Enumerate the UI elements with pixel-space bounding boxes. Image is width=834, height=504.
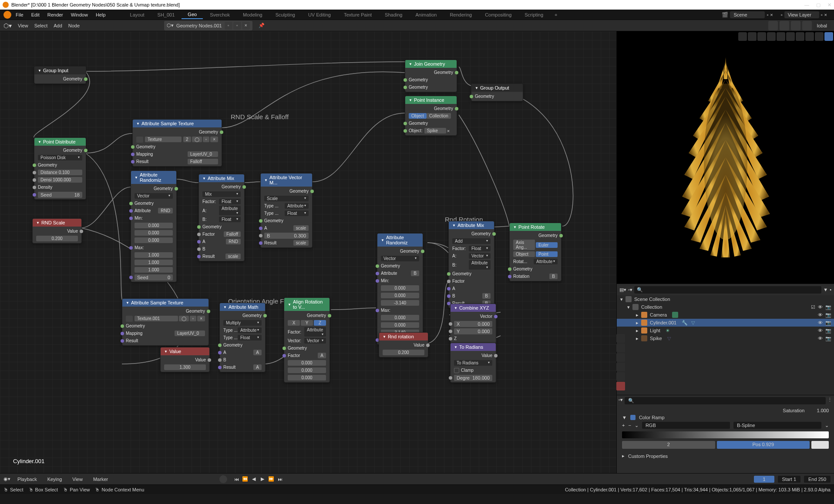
node-header[interactable]: Point Rotate <box>510 223 561 231</box>
ramp-index[interactable]: 2 <box>622 441 715 449</box>
tab-rendering[interactable]: Rendering <box>444 11 478 19</box>
outliner-search[interactable]: 🔍 <box>634 286 821 294</box>
jump-start-icon[interactable]: ⏮ <box>232 475 240 483</box>
prop-tab-render[interactable] <box>616 334 625 343</box>
toolbar-view[interactable]: View <box>18 23 28 28</box>
viewport-btn-5[interactable] <box>777 32 785 41</box>
node-join-geometry[interactable]: Join Geometry Geometry Geometry Geometry <box>405 60 457 92</box>
ramp-dropdown-icon[interactable]: ⌄ <box>635 423 639 428</box>
viewport-btn-6[interactable] <box>786 32 795 41</box>
camera-icon[interactable]: 📷 <box>825 312 831 318</box>
node-combine-xyz[interactable]: Combine XYZ Vector X0.000 Y0.000 Z <box>450 304 496 344</box>
node-header[interactable]: Group Input <box>34 67 86 74</box>
viewport-btn-2[interactable] <box>748 32 757 41</box>
tab-uv[interactable]: UV Editing <box>302 11 337 19</box>
node-point-rotate[interactable]: Point Rotate Geometry Axis Ang...Euler O… <box>509 223 562 281</box>
toolbar-add[interactable]: Add <box>54 23 62 28</box>
outliner-item-spike[interactable]: ▸ Spike▽ 👁📷 <box>617 334 834 342</box>
ramp-remove-icon[interactable]: − <box>628 423 631 428</box>
viewport-btn-1[interactable] <box>738 32 747 41</box>
node-rnd-scale[interactable]: RND Scale Value 0.200 <box>32 218 82 244</box>
outliner-scene-collection[interactable]: ▾ Scene Collection <box>617 295 834 303</box>
node-header[interactable]: Join Geometry <box>405 60 457 68</box>
node-align-rotation[interactable]: Align Rotation to V... Geometry XYZ Fact… <box>284 297 330 383</box>
prop-tab-output[interactable] <box>616 344 625 352</box>
tab-animation[interactable]: Animation <box>409 11 443 19</box>
node-header[interactable]: Point Instance <box>405 96 457 104</box>
node-header[interactable]: Attribute Randomiz <box>377 234 423 247</box>
current-frame[interactable]: 1 <box>754 476 774 483</box>
outliner-type-icon[interactable]: ▤▾ <box>619 287 626 293</box>
node-header[interactable]: Combine XYZ <box>451 304 496 312</box>
node-attr-sample-texture-1[interactable]: Attribute Sample Texture Geometry Textur… <box>132 119 222 167</box>
ramp-menu-icon[interactable]: ⌄ <box>825 423 829 428</box>
viewport-btn-9[interactable] <box>815 32 824 41</box>
global-dropdown[interactable]: lobal <box>814 22 831 29</box>
outliner-item-light[interactable]: ▸ Light☀ 👁📷 <box>617 327 834 334</box>
pin-icon[interactable]: 📌 <box>259 23 265 28</box>
gn-new-icon[interactable]: ▫ <box>233 22 241 30</box>
prop-tab-view[interactable] <box>616 353 625 362</box>
keyframe-next-icon[interactable]: ⏩ <box>267 475 275 483</box>
snap-icon[interactable] <box>768 21 778 30</box>
node-header[interactable]: Attribute Vector M... <box>261 174 312 187</box>
close-button[interactable]: ✕ <box>827 2 831 8</box>
node-rnd-rotation-value[interactable]: Rnd rotation Value 0.200 <box>379 332 428 357</box>
tab-sculpting[interactable]: Sculpting <box>269 11 301 19</box>
tab-texpaint[interactable]: Texture Paint <box>338 11 378 19</box>
editor-type-icon[interactable]: ⬡▾ <box>3 22 12 29</box>
timeline-type-icon[interactable]: ◉▾ <box>3 476 10 482</box>
tab-layout[interactable]: Layout <box>124 11 151 19</box>
timeline-playback[interactable]: Playback <box>14 476 40 483</box>
node-header[interactable]: Value <box>161 347 209 355</box>
node-attr-randomize-2[interactable]: Attribute Randomiz Geometry Vector Geome… <box>377 233 423 345</box>
viewlayer-close-icon[interactable]: × <box>824 12 827 17</box>
gn-unlink-icon[interactable]: × <box>242 22 250 30</box>
overlay-icon[interactable] <box>791 21 800 30</box>
maximize-button[interactable]: ▢ <box>816 2 821 8</box>
3d-viewport[interactable] <box>617 31 834 284</box>
outliner-item-cylinder[interactable]: ▸ Cylinder.001🔧▽ 👁📷 <box>617 319 834 327</box>
node-attr-mix[interactable]: Attribute Mix Geometry Mix Factor:Float … <box>198 174 245 261</box>
node-attr-randomize[interactable]: Attribute Randomiz Geometry Vector Geome… <box>131 170 177 282</box>
tab-shading[interactable]: Shading <box>379 11 408 19</box>
menu-file[interactable]: File <box>12 11 27 19</box>
viewlayer-more-icon[interactable]: ▫ <box>821 12 823 17</box>
outliner-collection[interactable]: ▾ Collection ☑👁📷 <box>617 303 834 311</box>
outliner-new-icon[interactable]: • <box>830 287 831 292</box>
scene-more-icon[interactable]: ▫ <box>767 12 768 17</box>
node-attr-math[interactable]: Attribute Math Geometry Multiply Type ..… <box>219 303 266 372</box>
node-header[interactable]: Group Output <box>471 84 523 92</box>
node-point-instance[interactable]: Point Instance Geometry ObjectCollection… <box>405 96 457 136</box>
tab-modeling[interactable]: Modeling <box>237 11 269 19</box>
prop-tab-world[interactable] <box>616 372 625 381</box>
eye-icon[interactable]: 👁 <box>818 312 823 318</box>
node-header[interactable]: Rnd rotation <box>379 333 428 340</box>
node-to-radians[interactable]: To Radians Value To Radians Clamp Degre1… <box>450 343 496 383</box>
node-group-output[interactable]: Group Output Geometry <box>471 83 523 101</box>
node-header[interactable]: Attribute Mix <box>199 174 244 182</box>
eye-icon[interactable]: 👁 <box>818 304 823 310</box>
scene-field[interactable]: Scene <box>730 11 765 18</box>
camera-icon[interactable]: 📷 <box>825 320 831 326</box>
node-point-distribute[interactable]: Point Distribute Geometry Poisson Disk G… <box>34 137 86 200</box>
node-group-input[interactable]: Group Input Geometry <box>34 66 86 84</box>
camera-icon[interactable]: 📷 <box>825 328 831 334</box>
node-header[interactable]: Attribute Mix <box>449 221 494 229</box>
snap-mode-icon[interactable] <box>780 21 789 30</box>
ramp-add-icon[interactable]: + <box>622 423 625 428</box>
play-icon[interactable]: ▶ <box>259 475 266 483</box>
scene-close-icon[interactable]: × <box>770 12 773 17</box>
viewport-btn-4[interactable] <box>767 32 776 41</box>
props-search[interactable]: 🔍 <box>625 397 826 404</box>
viewport-btn-8[interactable] <box>805 32 814 41</box>
props-options-icon[interactable]: ⋮ <box>827 397 832 404</box>
end-frame[interactable]: End 250 <box>804 476 831 483</box>
node-header[interactable]: Attribute Sample Texture <box>133 120 222 127</box>
tab-compositing[interactable]: Compositing <box>479 11 518 19</box>
ramp-interpolation[interactable]: B-Spline <box>733 422 821 429</box>
node-header[interactable]: To Radians <box>451 343 496 351</box>
geometry-nodes-name-field[interactable]: ⬡▾ Geometry Nodes.001 ▫ ▫ × <box>164 21 252 30</box>
clamp-checkbox[interactable] <box>454 368 459 373</box>
ramp-position[interactable]: Pos 0.929 <box>717 441 810 449</box>
